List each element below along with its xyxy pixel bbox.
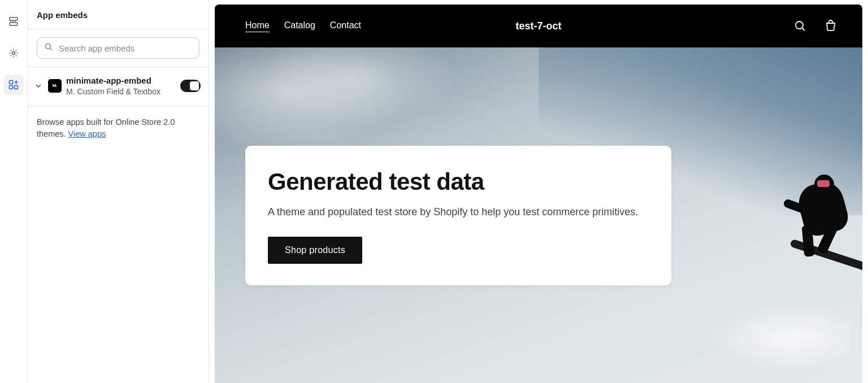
app-badge: M. <box>48 79 62 93</box>
view-apps-link[interactable]: View apps <box>68 129 106 138</box>
cart-icon[interactable] <box>824 19 837 33</box>
hero-description: A theme and populated test store by Shop… <box>268 204 649 220</box>
svg-point-11 <box>796 21 803 29</box>
nav-contact[interactable]: Contact <box>330 20 361 32</box>
embed-name: minimate-app-embed <box>66 75 176 86</box>
search-icon <box>44 42 53 54</box>
nav-catalog[interactable]: Catalog <box>284 20 315 32</box>
store-header: Home Catalog Contact test-7-oct <box>215 5 862 47</box>
preview-frame: Home Catalog Contact test-7-oct <box>215 5 862 383</box>
svg-point-3 <box>12 52 15 55</box>
preview-area: Home Catalog Contact test-7-oct <box>209 0 868 383</box>
icon-rail <box>0 0 27 383</box>
svg-rect-6 <box>15 86 18 89</box>
toggle-knob <box>190 81 199 90</box>
sidebar: App embeds M. minimate-app-embed M. Cust… <box>27 0 209 383</box>
sidebar-title: App embeds <box>37 10 199 20</box>
sidebar-header: App embeds <box>28 0 209 29</box>
shop-products-button[interactable]: Shop products <box>268 237 362 264</box>
embed-subtitle: M. Custom Field & Textbox <box>66 86 176 97</box>
snowboarder-graphic <box>761 177 862 279</box>
search-wrap <box>28 29 209 67</box>
chevron-down-icon[interactable] <box>33 82 44 89</box>
embed-text: minimate-app-embed M. Custom Field & Tex… <box>66 75 176 97</box>
hero-title: Generated test data <box>268 168 649 195</box>
svg-line-10 <box>50 48 51 50</box>
search-box[interactable] <box>37 37 199 59</box>
store-search-icon[interactable] <box>793 19 807 33</box>
rail-sections-icon[interactable] <box>3 11 24 32</box>
svg-rect-4 <box>10 81 13 84</box>
svg-point-9 <box>45 43 50 49</box>
svg-rect-1 <box>10 23 18 25</box>
rail-app-embeds-icon[interactable] <box>3 75 24 95</box>
search-input[interactable] <box>59 43 192 53</box>
svg-line-12 <box>802 28 805 31</box>
store-actions <box>793 19 837 33</box>
store-title: test-7-oct <box>515 20 561 32</box>
store-nav: Home Catalog Contact <box>245 20 361 32</box>
svg-rect-0 <box>10 18 18 20</box>
browse-text: Browse apps built for Online Store 2.0 t… <box>28 106 209 151</box>
embed-toggle[interactable] <box>180 80 201 92</box>
rail-settings-icon[interactable] <box>3 43 24 63</box>
embed-row: M. minimate-app-embed M. Custom Field & … <box>28 67 209 106</box>
svg-rect-5 <box>10 86 13 89</box>
hero-image: Generated test data A theme and populate… <box>215 47 862 383</box>
hero-card: Generated test data A theme and populate… <box>245 146 671 285</box>
nav-home[interactable]: Home <box>245 20 270 32</box>
